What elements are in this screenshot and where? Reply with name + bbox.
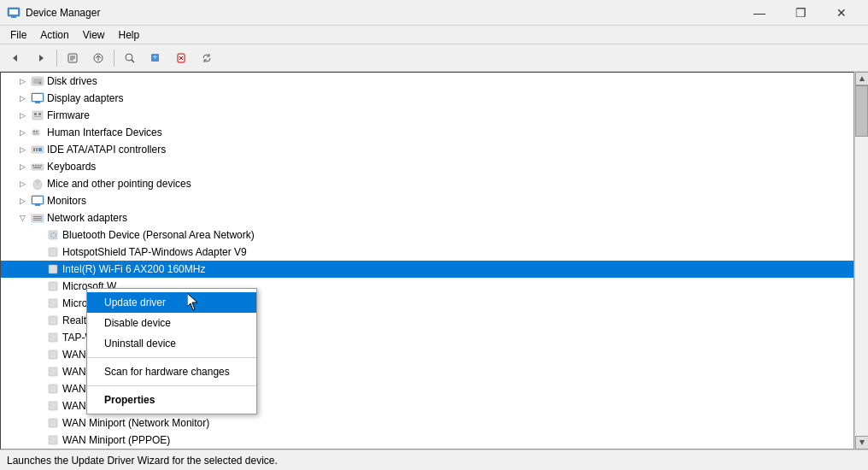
restore-button[interactable]: ❐ bbox=[781, 0, 820, 26]
tree-item-wan-netmon[interactable]: ▷ WAN Miniport (Network Monitor) bbox=[1, 414, 853, 432]
toolbar-scan[interactable] bbox=[118, 47, 142, 69]
network-adapters-label: Network adapters bbox=[47, 212, 127, 224]
bluetooth-label: Bluetooth Device (Personal Area Network) bbox=[62, 229, 255, 241]
device-tree[interactable]: ▷ Disk drives ▷ Display adapters ▷ Firmw… bbox=[0, 72, 854, 449]
tree-item-keyboards[interactable]: ▷ Keyboards bbox=[1, 158, 853, 175]
window-title: Device Manager bbox=[26, 7, 740, 19]
toolbar-refresh[interactable] bbox=[195, 47, 219, 69]
expand-keyboards[interactable]: ▷ bbox=[16, 161, 28, 173]
ide-atapi-icon bbox=[31, 143, 44, 156]
display-adapters-icon bbox=[31, 91, 44, 105]
wan3-icon bbox=[46, 382, 60, 396]
scroll-thumb[interactable] bbox=[855, 85, 868, 137]
ms-w2-icon bbox=[46, 297, 60, 310]
svg-rect-1 bbox=[9, 9, 18, 15]
tree-item-mice[interactable]: ▷ Mice and other pointing devices bbox=[1, 175, 853, 192]
expand-firmware[interactable]: ▷ bbox=[16, 109, 28, 121]
tree-item-wan-pptp[interactable]: ▷ WAN Miniport (PPTP) bbox=[1, 449, 853, 449]
expand-network-adapters[interactable]: ▽ bbox=[16, 212, 28, 224]
svg-rect-22 bbox=[34, 113, 37, 115]
toolbar-remove[interactable] bbox=[169, 47, 193, 69]
human-interface-label: Human Interface Devices bbox=[47, 126, 162, 138]
context-menu-properties[interactable]: Properties bbox=[87, 390, 256, 410]
toolbar: + bbox=[0, 44, 868, 72]
tap-windows-icon bbox=[46, 331, 60, 344]
tree-item-wan-pppoe[interactable]: ▷ WAN Miniport (PPPOE) bbox=[1, 432, 853, 449]
svg-rect-34 bbox=[32, 165, 34, 167]
keyboards-label: Keyboards bbox=[47, 161, 96, 173]
wan2-icon bbox=[46, 365, 60, 379]
context-menu-update-driver[interactable]: Update driver bbox=[87, 292, 256, 313]
svg-rect-45 bbox=[35, 204, 40, 206]
tree-item-ide-atapi[interactable]: ▷ IDE ATA/ATAPI controllers bbox=[1, 141, 853, 158]
tree-item-display-adapters[interactable]: ▷ Display adapters bbox=[1, 90, 853, 107]
expand-monitors[interactable]: ▷ bbox=[16, 195, 28, 207]
svg-rect-63 bbox=[49, 436, 57, 444]
toolbar-forward[interactable] bbox=[29, 47, 53, 69]
expand-human-interface[interactable]: ▷ bbox=[16, 126, 28, 138]
svg-rect-19 bbox=[32, 94, 43, 101]
tree-item-network-adapters[interactable]: ▽ Network adapters bbox=[1, 209, 853, 226]
menu-view[interactable]: View bbox=[76, 27, 112, 43]
title-bar: Device Manager — ❐ ✕ bbox=[0, 0, 868, 26]
expand-ide-atapi[interactable]: ▷ bbox=[16, 144, 28, 156]
scrollbar[interactable] bbox=[854, 72, 868, 449]
toolbar-update[interactable] bbox=[86, 47, 110, 69]
svg-rect-42 bbox=[38, 180, 40, 183]
scroll-up-btn[interactable] bbox=[855, 72, 868, 85]
svg-rect-32 bbox=[38, 148, 42, 151]
hotspotshield-icon bbox=[46, 245, 60, 259]
svg-rect-26 bbox=[33, 131, 35, 132]
tree-item-disk-drives[interactable]: ▷ Disk drives bbox=[1, 73, 853, 90]
hotspotshield-label: HotspotShield TAP-Windows Adapter V9 bbox=[62, 246, 247, 258]
svg-rect-58 bbox=[49, 350, 57, 359]
svg-rect-55 bbox=[49, 299, 57, 308]
tree-item-monitors[interactable]: ▷ Monitors bbox=[1, 192, 853, 209]
svg-rect-31 bbox=[36, 148, 38, 151]
toolbar-properties[interactable] bbox=[61, 47, 85, 69]
realtek-icon bbox=[46, 314, 60, 327]
menu-action[interactable]: Action bbox=[33, 27, 75, 43]
context-menu-uninstall-device[interactable]: Uninstall device bbox=[87, 333, 256, 354]
minimize-button[interactable]: — bbox=[740, 0, 779, 26]
wan-netmon-icon bbox=[46, 416, 60, 430]
svg-rect-21 bbox=[32, 111, 43, 120]
monitors-label: Monitors bbox=[47, 195, 86, 207]
expand-disk-drives[interactable]: ▷ bbox=[16, 75, 28, 87]
context-menu-sep2 bbox=[87, 385, 256, 386]
toolbar-add[interactable]: + bbox=[144, 47, 167, 69]
svg-rect-35 bbox=[35, 165, 37, 167]
mice-icon bbox=[31, 177, 44, 191]
svg-marker-68 bbox=[859, 440, 865, 445]
expand-display-adapters[interactable]: ▷ bbox=[16, 92, 28, 104]
mice-label: Mice and other pointing devices bbox=[47, 178, 191, 190]
toolbar-back[interactable] bbox=[3, 47, 27, 69]
tree-item-firmware[interactable]: ▷ Firmware bbox=[1, 107, 853, 124]
tree-item-human-interface[interactable]: ▷ Human Interface Devices bbox=[1, 124, 853, 141]
tree-item-bluetooth[interactable]: ▷ ⬡ Bluetooth Device (Personal Area Netw… bbox=[1, 226, 853, 244]
svg-rect-28 bbox=[33, 133, 38, 134]
close-button[interactable]: ✕ bbox=[822, 0, 861, 26]
tree-item-intel-wifi[interactable]: ▷ Intel(R) Wi-Fi 6 AX200 160MHz bbox=[1, 261, 853, 278]
svg-rect-27 bbox=[36, 131, 38, 132]
context-menu-disable-device[interactable]: Disable device bbox=[87, 313, 256, 333]
svg-rect-56 bbox=[49, 316, 57, 325]
svg-rect-54 bbox=[49, 282, 57, 291]
toolbar-sep2 bbox=[114, 50, 114, 67]
context-menu-sep1 bbox=[87, 357, 256, 358]
display-adapters-label: Display adapters bbox=[47, 92, 123, 104]
svg-rect-59 bbox=[49, 367, 57, 376]
scroll-track[interactable] bbox=[855, 85, 868, 436]
svg-rect-30 bbox=[33, 148, 35, 151]
tree-item-hotspotshield[interactable]: ▷ HotspotShield TAP-Windows Adapter V9 bbox=[1, 244, 853, 261]
menu-file[interactable]: File bbox=[3, 27, 33, 43]
svg-rect-53 bbox=[49, 265, 57, 273]
context-menu-scan-hardware[interactable]: Scan for hardware changes bbox=[87, 361, 256, 382]
menu-help[interactable]: Help bbox=[112, 27, 147, 43]
svg-rect-60 bbox=[49, 385, 57, 393]
expand-mice[interactable]: ▷ bbox=[16, 178, 28, 190]
bluetooth-icon: ⬡ bbox=[46, 228, 60, 242]
scroll-down-btn[interactable] bbox=[855, 436, 868, 449]
wan1-icon bbox=[46, 348, 60, 361]
monitors-icon bbox=[31, 194, 44, 208]
